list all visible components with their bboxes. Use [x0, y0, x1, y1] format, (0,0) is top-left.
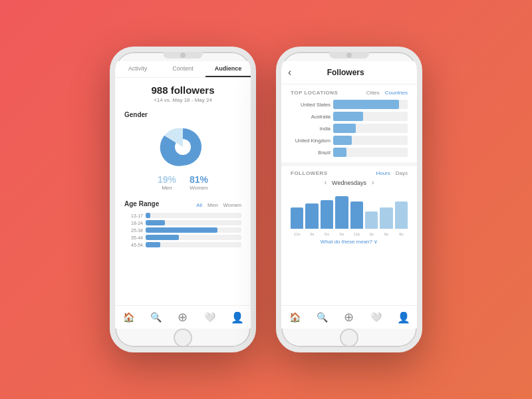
chart-nav-prev[interactable]: ‹: [325, 179, 327, 186]
nav-tabs: Activity Content Audience: [115, 61, 251, 78]
bar-fill-12a: [291, 207, 303, 229]
age-filter-all[interactable]: All: [196, 202, 202, 208]
phone2-home-button[interactable]: [340, 329, 358, 347]
tab-audience[interactable]: Audience: [205, 65, 251, 77]
phone-1-screen: Activity Content Audience 988 followers …: [115, 61, 251, 329]
bar-fill-6p: [380, 207, 392, 229]
location-au: Australia: [291, 112, 408, 121]
audience-header: 988 followers +14 vs. May 18 - May 24: [115, 78, 251, 107]
location-name-au: Australia: [291, 114, 331, 120]
bar-label-9p: 9p: [395, 232, 408, 236]
location-bar-fill-br: [333, 148, 346, 157]
location-bar-bg-au: [333, 112, 408, 121]
phone-1: Activity Content Audience 988 followers …: [110, 47, 256, 352]
bottom-nav-search-1[interactable]: 🔍: [142, 310, 170, 325]
bottom-nav-search-2[interactable]: 🔍: [309, 310, 336, 325]
age-row-1317: 13-17: [124, 213, 241, 218]
location-bar-bg-uk: [333, 136, 408, 145]
location-name-us: United States: [291, 102, 331, 108]
age-header: Age Range All Men Women: [124, 200, 241, 210]
location-name-in: India: [291, 126, 331, 132]
age-label-4554: 45-54: [124, 243, 143, 247]
age-row-1824: 18-24: [124, 220, 241, 225]
bar-label-12a: 12a: [291, 232, 303, 236]
location-bar-fill-au: [333, 112, 363, 121]
location-uk: United Kingdom: [291, 136, 408, 145]
bar-col-6a: [321, 190, 333, 229]
age-bar-bg-1824: [146, 220, 241, 225]
filter-countries[interactable]: Countries: [385, 90, 408, 96]
location-bar-bg-in: [333, 124, 408, 133]
bottom-nav-profile-2[interactable]: 👤: [390, 310, 417, 325]
age-label-2534: 25-34: [124, 228, 143, 233]
chart-filter-hours[interactable]: Hours: [376, 170, 390, 176]
bar-label-6a: 6a: [321, 232, 333, 236]
what-mean-link[interactable]: What do these mean? ∨: [291, 236, 408, 247]
pie-chart: [160, 124, 206, 170]
age-bar-fill-3544: [146, 235, 179, 240]
bar-col-3a: [305, 190, 318, 229]
bottom-nav-heart-2[interactable]: 🤍: [362, 310, 390, 325]
bar-chart: [291, 190, 408, 230]
age-label-3544: 35-44: [124, 235, 143, 240]
phone2-home: [281, 329, 417, 347]
locations-filters: Cities Countries: [366, 90, 408, 96]
locations-header: TOP LOCATIONS Cities Countries: [291, 90, 408, 96]
age-filters: All Men Women: [196, 202, 241, 208]
gender-section: Gender 19% Me: [115, 107, 251, 198]
location-us: United States: [291, 100, 408, 109]
location-in: India: [291, 124, 408, 133]
location-bar-fill-in: [333, 124, 356, 133]
bar-label-3a: 3a: [305, 232, 318, 236]
age-bar-fill-4554: [146, 242, 160, 247]
pie-container: 19% Men 81% Women: [124, 121, 241, 194]
bar-label-6p: 6p: [380, 232, 392, 236]
filter-cities[interactable]: Cities: [366, 90, 380, 96]
top-locations-section: TOP LOCATIONS Cities Countries United St…: [281, 84, 417, 162]
age-row-4554: 45-54: [124, 242, 241, 247]
location-br: Brazil: [291, 148, 408, 157]
bar-col-12p: [350, 190, 363, 229]
age-label-1317: 13-17: [124, 213, 143, 218]
phone-notch-1: [163, 52, 203, 59]
bar-fill-6a: [321, 200, 333, 229]
age-filter-men[interactable]: Men: [207, 202, 218, 208]
locations-title: TOP LOCATIONS: [291, 90, 338, 96]
bar-label-9a: 9a: [335, 232, 348, 236]
location-bar-fill-us: [333, 100, 399, 109]
bottom-nav-heart-1[interactable]: 🤍: [196, 310, 223, 325]
followers-header: ‹ Followers: [281, 61, 417, 84]
men-stat: 19% Men: [158, 174, 176, 191]
bottom-nav-add-1[interactable]: ⊕: [170, 310, 197, 325]
pie-legend: 19% Men 81% Women: [158, 174, 208, 191]
chart-nav-next[interactable]: ›: [372, 179, 374, 186]
phones-container: Activity Content Audience 988 followers …: [110, 47, 422, 352]
phone1-home-button[interactable]: [174, 329, 192, 347]
bar-label-12p: 12p: [350, 232, 363, 236]
age-bar-fill-1824: [146, 220, 165, 225]
bar-label-3p: 3p: [365, 232, 378, 236]
bottom-nav-profile-1[interactable]: 👤: [223, 310, 251, 325]
tab-activity[interactable]: Activity: [115, 65, 160, 77]
age-bar-fill-2534: [146, 227, 217, 233]
chart-filter-days[interactable]: Days: [396, 170, 408, 176]
age-bar-bg-1317: [146, 213, 241, 218]
bottom-nav-home-1[interactable]: 🏠: [115, 310, 142, 325]
age-row-2534: 25-34: [124, 227, 241, 233]
phone2-bottom-nav: 🏠 🔍 ⊕ 🤍 👤: [281, 305, 417, 329]
men-percent: 19%: [158, 174, 176, 185]
bar-fill-3p: [365, 211, 378, 229]
chart-header: FOLLOWERS Hours Days: [291, 170, 408, 176]
location-name-uk: United Kingdom: [291, 138, 331, 144]
bar-fill-9a: [335, 196, 348, 229]
bottom-nav-home-2[interactable]: 🏠: [281, 310, 309, 325]
bottom-nav-add-2[interactable]: ⊕: [336, 310, 363, 325]
women-stat: 81% Women: [190, 174, 208, 191]
bar-fill-3a: [305, 203, 318, 229]
chart-title: FOLLOWERS: [291, 170, 328, 176]
age-filter-women[interactable]: Women: [223, 202, 241, 208]
men-label: Men: [158, 185, 176, 191]
tab-content[interactable]: Content: [160, 65, 205, 77]
chart-nav-label: Wednesdays: [332, 180, 366, 186]
bar-col-6p: [380, 190, 392, 229]
